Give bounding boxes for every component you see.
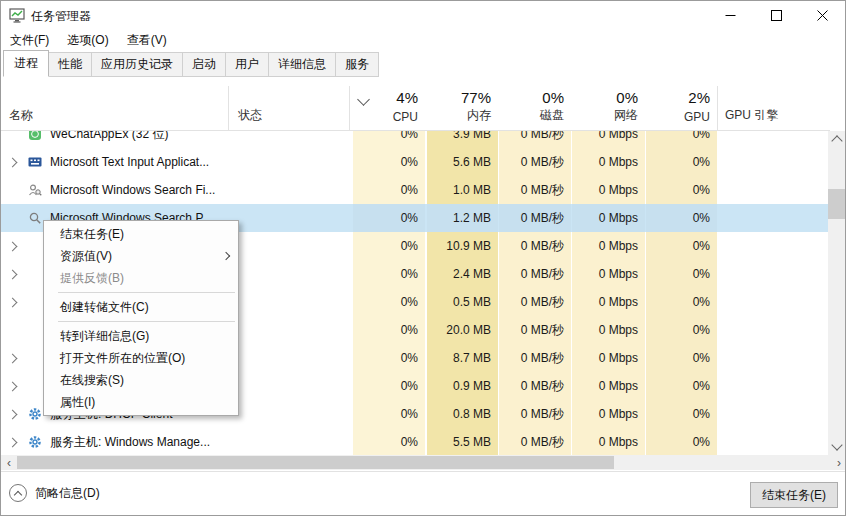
menubar-item-1[interactable]: 选项(O) <box>58 29 117 52</box>
network-cell: 0 Mbps <box>572 260 645 288</box>
horizontal-scrollbar[interactable]: ‹ › <box>1 455 846 470</box>
table-row[interactable]: WeChatAppEx (32 位)0%3.9 MB0 MB/秒0 Mbps0% <box>1 131 830 148</box>
maximize-button[interactable] <box>753 1 799 29</box>
cpu-cell: 0% <box>353 372 425 400</box>
end-task-button[interactable]: 结束任务(E) <box>750 482 838 508</box>
disk-cell: 0 MB/秒 <box>499 372 571 400</box>
menubar-item-0[interactable]: 文件(F) <box>1 29 58 52</box>
tab-进程[interactable]: 进程 <box>3 50 49 77</box>
chevron-right-icon[interactable] <box>8 242 18 252</box>
usage-percent-disk: 0% <box>492 89 564 106</box>
collapse-circle-icon <box>9 484 27 502</box>
gpu-cell: 0% <box>646 260 717 288</box>
chevron-right-icon[interactable] <box>8 410 18 420</box>
memory-cell: 1.0 MB <box>427 176 498 204</box>
chevron-right-icon[interactable] <box>8 438 18 448</box>
table-row[interactable]: Microsoft Text Input Applicat...0%5.6 MB… <box>1 148 830 176</box>
cpu-cell: 0% <box>353 428 425 455</box>
column-header-gpu-engine[interactable]: GPU 引擎 <box>725 107 778 124</box>
process-name: 服务主机: Windows Manage... <box>50 428 228 455</box>
table-row[interactable]: Microsoft Windows Search Fi...0%1.0 MB0 … <box>1 176 830 204</box>
disk-cell: 0 MB/秒 <box>499 148 571 176</box>
column-header-disk[interactable]: 0%磁盘 <box>499 86 571 130</box>
scroll-up-button[interactable] <box>828 131 845 148</box>
cpu-cell: 0% <box>353 260 425 288</box>
gpu-cell: 0% <box>646 316 717 344</box>
process-name: Microsoft Windows Search Fi... <box>50 176 228 204</box>
maximize-icon <box>771 10 782 21</box>
gpu-cell: 0% <box>646 148 717 176</box>
column-header-net[interactable]: 0%网络 <box>572 86 645 130</box>
process-name: WeChatAppEx (32 位) <box>50 131 228 148</box>
vertical-scrollbar[interactable] <box>828 131 845 455</box>
context-menu: 结束任务(E)资源值(V)提供反馈(B)创建转储文件(C)转到详细信息(G)打开… <box>43 220 239 416</box>
cpu-cell: 0% <box>353 344 425 372</box>
wechat-icon <box>28 131 42 141</box>
network-cell: 0 Mbps <box>572 204 645 232</box>
header-divider <box>228 86 229 130</box>
search-user-icon <box>28 183 42 197</box>
column-header-mem[interactable]: 77%内存 <box>427 86 498 130</box>
network-cell: 0 Mbps <box>572 372 645 400</box>
fewer-details-label: 简略信息(D) <box>35 485 100 502</box>
tab-详细信息[interactable]: 详细信息 <box>268 52 336 77</box>
network-cell: 0 Mbps <box>572 400 645 428</box>
gpu-cell: 0% <box>646 428 717 455</box>
context-menu-item-1[interactable]: 资源值(V) <box>44 245 238 267</box>
horizontal-scrollbar-thumb[interactable] <box>17 456 614 469</box>
chevron-right-icon[interactable] <box>8 298 18 308</box>
network-cell: 0 Mbps <box>572 428 645 455</box>
minimize-button[interactable] <box>707 1 753 29</box>
table-header: 名称 状态 GPU 引擎 4%CPU77%内存0%磁盘0%网络2%GPU <box>1 86 830 131</box>
network-cell: 0 Mbps <box>572 176 645 204</box>
column-header-cpu[interactable]: 4%CPU <box>353 86 425 130</box>
context-menu-item-4[interactable]: 创建转储文件(C) <box>44 296 238 318</box>
context-menu-separator <box>58 321 235 322</box>
gpu-cell: 0% <box>646 400 717 428</box>
chevron-down-icon <box>831 439 842 450</box>
context-menu-item-8[interactable]: 在线搜索(S) <box>44 369 238 391</box>
memory-cell: 3.9 MB <box>427 131 498 148</box>
close-button[interactable] <box>799 1 845 29</box>
column-header-gpu[interactable]: 2%GPU <box>646 86 717 130</box>
table-row[interactable]: 服务主机: Windows Manage...0%5.5 MB0 MB/秒0 M… <box>1 428 830 455</box>
context-menu-item-6[interactable]: 转到详细信息(G) <box>44 325 238 347</box>
memory-cell: 0.9 MB <box>427 372 498 400</box>
context-menu-item-9[interactable]: 属性(I) <box>44 391 238 413</box>
tab-性能[interactable]: 性能 <box>48 52 92 77</box>
column-header-name[interactable]: 名称 <box>9 107 33 124</box>
cpu-cell: 0% <box>353 131 425 148</box>
disk-cell: 0 MB/秒 <box>499 176 571 204</box>
row-content: Microsoft Text Input Applicat...0%5.6 MB… <box>1 148 830 176</box>
tab-bar: 进程性能应用历史记录启动用户详细信息服务 <box>3 53 378 77</box>
context-menu-item-7[interactable]: 打开文件所在的位置(O) <box>44 347 238 369</box>
scroll-down-button[interactable] <box>828 438 845 455</box>
footer: 简略信息(D) 结束任务(E) <box>1 472 845 515</box>
scroll-right-button[interactable]: › <box>831 455 846 470</box>
tab-服务[interactable]: 服务 <box>335 52 379 77</box>
tab-启动[interactable]: 启动 <box>182 52 226 77</box>
gear-icon <box>28 435 42 449</box>
vertical-scrollbar-thumb[interactable] <box>828 189 845 219</box>
gpu-cell: 0% <box>646 131 717 148</box>
gpu-cell: 0% <box>646 372 717 400</box>
usage-label-mem: 内存 <box>420 107 491 124</box>
memory-cell: 20.0 MB <box>427 316 498 344</box>
disk-cell: 0 MB/秒 <box>499 400 571 428</box>
chevron-right-icon[interactable] <box>8 354 18 364</box>
cpu-cell: 0% <box>353 288 425 316</box>
usage-label-disk: 磁盘 <box>492 107 564 124</box>
tab-应用历史记录[interactable]: 应用历史记录 <box>91 52 183 77</box>
fewer-details-toggle[interactable]: 简略信息(D) <box>9 484 100 502</box>
usage-percent-net: 0% <box>565 89 638 106</box>
menu-bar: 文件(F)选项(O)查看(V) <box>1 29 845 51</box>
chevron-right-icon[interactable] <box>8 158 18 168</box>
scroll-left-button[interactable]: ‹ <box>1 455 17 470</box>
column-header-status[interactable]: 状态 <box>238 107 262 124</box>
cpu-cell: 0% <box>353 148 425 176</box>
context-menu-item-0[interactable]: 结束任务(E) <box>44 223 238 245</box>
menubar-item-2[interactable]: 查看(V) <box>118 29 176 52</box>
tab-用户[interactable]: 用户 <box>225 52 269 77</box>
chevron-right-icon[interactable] <box>8 382 18 392</box>
chevron-right-icon[interactable] <box>8 270 18 280</box>
